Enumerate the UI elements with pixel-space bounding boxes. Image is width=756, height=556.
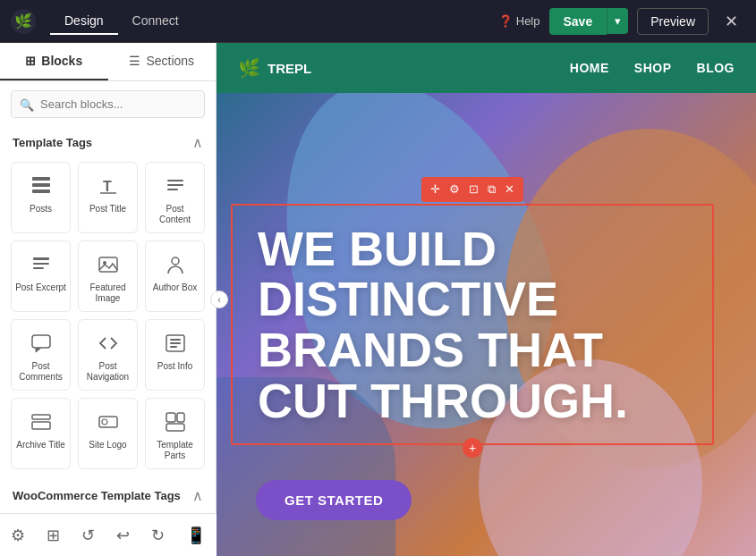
- sidebar: ⊞ Blocks ☰ Sections 🔍 Template Tags ∧: [0, 43, 217, 556]
- block-posts[interactable]: Posts: [11, 162, 71, 233]
- svg-rect-24: [177, 413, 184, 422]
- block-post-comments[interactable]: Post Comments: [11, 319, 71, 391]
- post-title-icon: T: [94, 172, 123, 200]
- mobile-icon[interactable]: 📱: [177, 520, 215, 551]
- main-layout: ⊞ Blocks ☰ Sections 🔍 Template Tags ∧: [0, 43, 756, 556]
- svg-rect-23: [166, 413, 175, 422]
- block-post-info-label: Post Info: [157, 361, 192, 372]
- site-logo-icon: 🌿: [238, 57, 260, 79]
- template-tags-toggle[interactable]: ∧: [192, 134, 203, 151]
- template-parts-icon: [161, 408, 190, 436]
- nav-blog[interactable]: BLOG: [697, 61, 735, 75]
- search-icon: 🔍: [20, 97, 34, 111]
- post-excerpt-icon: [27, 250, 55, 279]
- search-input[interactable]: [11, 90, 205, 118]
- add-block-below[interactable]: +: [463, 438, 482, 458]
- block-featured-image-label: Featured Image: [82, 282, 133, 304]
- help-icon: ❓: [498, 14, 513, 28]
- nav-home[interactable]: HOME: [570, 61, 609, 75]
- block-site-logo-label: Site Logo: [89, 440, 126, 451]
- block-post-content-label: Post Content: [149, 204, 200, 225]
- hero-section: ✛ ⚙ ⊡ ⧉ ✕ WE BUILD DISTINCTIVE BRANDS TH…: [217, 93, 756, 556]
- block-archive-title[interactable]: Archive Title: [11, 398, 71, 469]
- sidebar-collapse[interactable]: ‹: [210, 291, 228, 308]
- svg-point-13: [172, 257, 179, 265]
- redo-icon[interactable]: ↻: [142, 520, 174, 551]
- search-box: 🔍: [0, 81, 216, 127]
- block-template-parts-label: Template Parts: [149, 440, 200, 461]
- svg-rect-0: [32, 177, 50, 181]
- tab-design[interactable]: Design: [50, 8, 118, 35]
- block-featured-image[interactable]: Featured Image: [78, 240, 138, 312]
- site-logo-text: TREPL: [268, 61, 311, 76]
- block-post-content[interactable]: Post Content: [145, 162, 205, 233]
- nav-shop[interactable]: SHOP: [634, 61, 672, 75]
- svg-rect-25: [166, 424, 184, 431]
- hero-title: WE BUILD DISTINCTIVE BRANDS THAT CUT THR…: [258, 223, 687, 426]
- featured-image-icon: [94, 250, 123, 279]
- site-nav: 🌿 TREPL HOME SHOP BLOG: [217, 43, 756, 93]
- close-button[interactable]: ✕: [718, 8, 745, 35]
- tab-connect[interactable]: Connect: [118, 8, 193, 35]
- block-posts-label: Posts: [30, 204, 52, 215]
- svg-point-22: [102, 419, 107, 425]
- svg-rect-9: [33, 263, 49, 265]
- block-post-excerpt[interactable]: Post Excerpt: [11, 240, 71, 312]
- block-post-navigation[interactable]: Post Navigation: [78, 319, 138, 391]
- cta-wrap: GET STARTED: [256, 480, 412, 520]
- block-post-info[interactable]: Post Info: [145, 319, 205, 391]
- top-bar-actions: ❓ Help Save ▾ Preview ✕: [498, 8, 745, 35]
- preview-button[interactable]: Preview: [637, 8, 709, 35]
- svg-rect-10: [33, 267, 44, 269]
- settings-icon[interactable]: ⚙: [2, 520, 34, 551]
- sections-icon: ☰: [129, 54, 140, 68]
- settings-gear-icon[interactable]: ⚙: [446, 181, 463, 198]
- undo-icon[interactable]: ↩: [107, 520, 139, 551]
- svg-rect-20: [32, 422, 50, 429]
- svg-rect-19: [32, 415, 50, 419]
- tab-blocks[interactable]: ⊞ Blocks: [0, 43, 108, 80]
- block-post-navigation-label: Post Navigation: [82, 361, 133, 383]
- duplicate-icon[interactable]: ⊡: [465, 181, 482, 198]
- svg-rect-8: [33, 257, 49, 260]
- posts-icon: [27, 172, 55, 200]
- svg-rect-17: [170, 342, 181, 344]
- bottom-bar: ⚙ ⊞ ↺ ↩ ↻ 📱: [0, 513, 217, 556]
- delete-icon[interactable]: ✕: [501, 181, 518, 198]
- help-button[interactable]: ❓ Help: [498, 14, 540, 28]
- block-post-title[interactable]: T Post Title: [78, 162, 138, 233]
- move-icon[interactable]: ✛: [427, 181, 444, 198]
- save-dropdown-button[interactable]: ▾: [607, 8, 628, 34]
- block-archive-title-label: Archive Title: [16, 440, 64, 451]
- post-info-icon: [161, 329, 190, 358]
- site-nav-links: HOME SHOP BLOG: [570, 61, 735, 75]
- post-comments-icon: [27, 329, 55, 358]
- block-post-excerpt-label: Post Excerpt: [15, 282, 66, 293]
- woocommerce-header: WooCommerce Template Tags ∧: [0, 480, 216, 511]
- archive-title-icon: [27, 408, 55, 436]
- svg-rect-11: [99, 257, 117, 272]
- site-logo-icon: [94, 408, 123, 436]
- author-box-icon: [161, 250, 190, 279]
- save-button[interactable]: Save: [549, 8, 607, 35]
- hero-text-block[interactable]: ✛ ⚙ ⊡ ⧉ ✕ WE BUILD DISTINCTIVE BRANDS TH…: [231, 204, 714, 446]
- block-author-box[interactable]: Author Box: [145, 240, 205, 312]
- cta-button[interactable]: GET STARTED: [256, 480, 412, 520]
- svg-rect-18: [170, 346, 177, 348]
- svg-rect-2: [32, 190, 50, 193]
- sidebar-scroll: 🔍 Template Tags ∧ Posts: [0, 81, 216, 556]
- sidebar-tabs: ⊞ Blocks ☰ Sections: [0, 43, 216, 81]
- copy-icon[interactable]: ⧉: [484, 181, 499, 198]
- template-tags-header: Template Tags ∧: [0, 127, 216, 158]
- save-group: Save ▾: [549, 8, 629, 35]
- tab-sections[interactable]: ☰ Sections: [108, 43, 217, 80]
- logo-icon: 🌿: [14, 13, 32, 29]
- woocommerce-toggle[interactable]: ∧: [192, 487, 203, 504]
- layers-icon[interactable]: ⊞: [38, 520, 69, 551]
- post-content-icon: [161, 172, 190, 200]
- block-site-logo[interactable]: Site Logo: [78, 398, 138, 469]
- history-icon[interactable]: ↺: [72, 520, 104, 551]
- svg-rect-1: [32, 183, 50, 187]
- block-template-parts[interactable]: Template Parts: [145, 398, 205, 469]
- block-author-box-label: Author Box: [153, 282, 197, 293]
